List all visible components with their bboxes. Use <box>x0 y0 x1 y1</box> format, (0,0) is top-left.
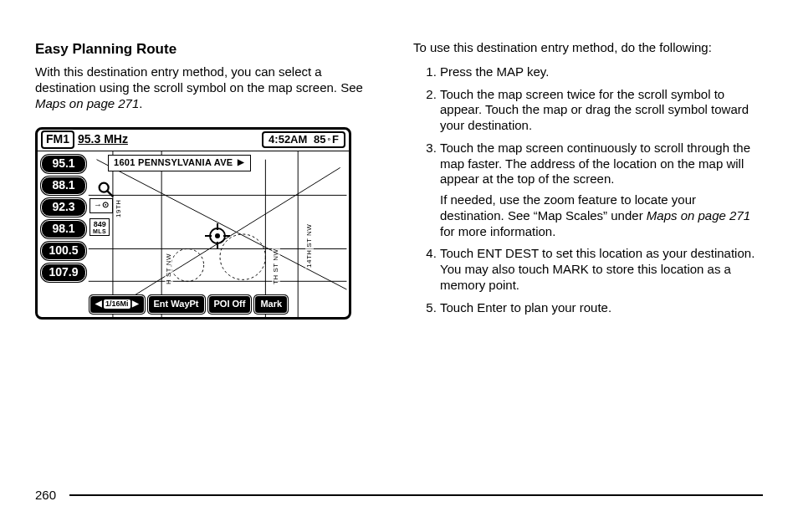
direction-icon: →⊙ <box>90 198 113 213</box>
step-3-text: Touch the map screen continuously to scr… <box>440 141 750 187</box>
street-label-th-st: TH ST NW <box>272 248 280 285</box>
page-footer: 260 <box>35 488 763 502</box>
step-3b-ref: Maps on page 271 <box>647 208 750 223</box>
intro-text-b: . <box>139 96 142 110</box>
zoom-in-arrow-icon: ▶ <box>132 299 139 309</box>
preset-button-3[interactable]: 92.3 <box>41 198 86 217</box>
radio-frequency: 95.3 MHz <box>78 132 128 147</box>
ent-waypt-button[interactable]: Ent WayPt <box>148 295 205 314</box>
right-lead: To use this destination entry method, do… <box>413 40 763 56</box>
preset-button-4[interactable]: 98.1 <box>41 220 86 238</box>
scroll-crosshair-icon <box>205 223 230 248</box>
footer-rule <box>69 494 763 496</box>
intro-ref: Maps on page 271 <box>35 96 139 110</box>
step-3-note: If needed, use the zoom feature to locat… <box>440 192 763 239</box>
intro-text-a: With this destination entry method, you … <box>35 64 363 95</box>
section-heading: Easy Planning Route <box>35 40 385 58</box>
zoom-level: 1/16Mi <box>104 299 130 309</box>
step-1: Press the MAP key. <box>440 64 763 80</box>
street-label-19th: 19TH <box>115 198 123 218</box>
svg-point-10 <box>171 248 204 281</box>
temp-unit: F <box>332 133 339 146</box>
step-3b-b: for more information. <box>440 224 555 238</box>
step-2: Touch the map screen twice for the scrol… <box>440 87 763 134</box>
scale-unit: MLS <box>93 228 106 234</box>
intro-paragraph: With this destination entry method, you … <box>35 64 385 111</box>
step-5: Touch Enter to plan your route. <box>440 300 763 316</box>
address-text: 1601 PENNSYLVANIA AVE <box>114 157 233 169</box>
street-label-h-st: H ST NW <box>165 252 173 284</box>
zoom-control[interactable]: ◀ 1/16Mi ▶ <box>90 295 145 314</box>
step-4: Touch ENT DEST to set this location as y… <box>440 246 763 293</box>
preset-button-1[interactable]: 95.1 <box>41 155 86 173</box>
preset-button-5[interactable]: 100.5 <box>41 242 86 260</box>
clock-time: 4:52AM <box>269 133 307 146</box>
svg-line-12 <box>107 190 113 196</box>
magnifier-icon <box>96 180 115 198</box>
preset-column: 95.1 88.1 92.3 98.1 100.5 107.9 <box>41 155 86 282</box>
zoom-out-arrow-icon: ◀ <box>95 299 102 309</box>
page-number: 260 <box>35 488 56 502</box>
preset-button-6[interactable]: 107.9 <box>41 263 86 282</box>
scale-value: 849 <box>94 220 106 228</box>
street-label-14th: 14TH ST NW <box>305 223 314 268</box>
steps-list: Press the MAP key. Touch the map screen … <box>413 64 763 316</box>
svg-point-18 <box>216 234 219 238</box>
address-bar: 1601 PENNSYLVANIA AVE ▶ <box>108 155 251 171</box>
mark-button[interactable]: Mark <box>254 295 288 314</box>
nav-bottom-bar: ◀ 1/16Mi ▶ Ent WayPt POI Off Mark <box>90 295 345 314</box>
scale-tab: 849 MLS <box>90 218 110 236</box>
nav-top-bar: FM1 95.3 MHz 4:52AM 85°F <box>38 130 349 151</box>
nav-screenshot: FM1 95.3 MHz 4:52AM 85°F <box>35 127 351 320</box>
degree-icon: ° <box>327 136 330 146</box>
temp-value: 85 <box>314 133 325 146</box>
radio-band-badge: FM1 <box>41 130 74 149</box>
clock-temp-badge: 4:52AM 85°F <box>262 131 345 148</box>
preset-button-2[interactable]: 88.1 <box>41 176 86 195</box>
poi-off-button[interactable]: POI Off <box>208 295 252 314</box>
step-3: Touch the map screen continuously to scr… <box>440 141 763 240</box>
address-arrow-icon: ▶ <box>238 157 244 168</box>
